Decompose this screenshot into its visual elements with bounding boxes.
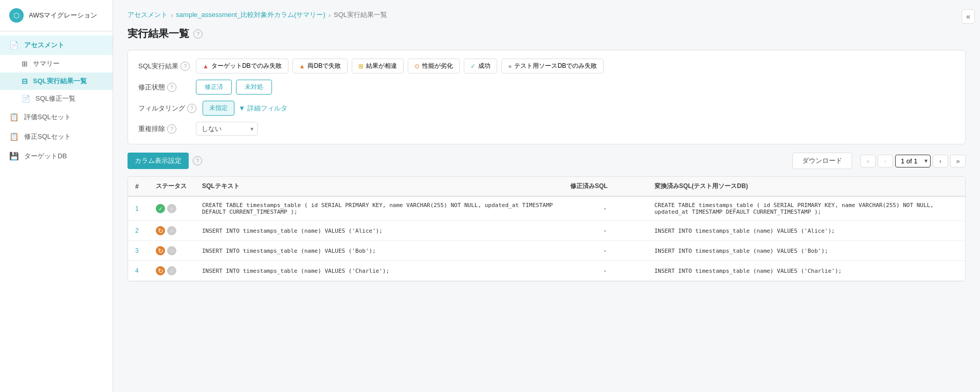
row-id[interactable]: 2 xyxy=(128,221,149,241)
sql-result-help-icon[interactable]: ? xyxy=(180,62,190,71)
status-icon-orange: ↻ xyxy=(156,246,165,255)
status-btn-perf-deg[interactable]: ⊙ 性能が劣化 xyxy=(408,59,460,73)
sidebar-item-summary[interactable]: ⊞ サマリー xyxy=(0,55,113,72)
status-btn-source-fail[interactable]: ● テスト用ソースDBでのみ失敗 xyxy=(501,59,604,73)
results-table-container: # ステータス SQLテキスト 修正済みSQL 変換済みSQL(テスト用ソースD… xyxy=(128,176,966,282)
sidebar-item-sql-results[interactable]: ⊟ SQL実行結果一覧 xyxy=(0,72,113,90)
sql-result-filter-row: SQL実行結果 ? ▲ ターゲットDBでのみ失敗 ▲ 両DBで失敗 ⊞ 結果が相… xyxy=(138,59,955,73)
pagination: « ‹ 1 of 1 › » xyxy=(860,155,966,167)
row-status: ↻○ xyxy=(149,221,195,241)
row-fixed-sql: - xyxy=(563,241,647,261)
col-header-fixed: 修正済みSQL xyxy=(563,177,647,196)
sql-result-label: SQL実行結果 ? xyxy=(138,62,190,71)
eval-sql-icon: 📋 xyxy=(9,113,19,122)
row-id[interactable]: 4 xyxy=(128,261,149,281)
table-header-row: # ステータス SQLテキスト 修正済みSQL 変換済みSQL(テスト用ソースD… xyxy=(128,177,965,196)
row-fixed-sql: - xyxy=(563,196,647,221)
assessment-icon: 📄 xyxy=(9,41,19,50)
row-status: ✓○ xyxy=(149,196,195,221)
page-first-btn[interactable]: « xyxy=(860,155,876,167)
col-header-status: ステータス xyxy=(149,177,195,196)
fix-sql-icon: 📋 xyxy=(9,132,19,141)
status-icon-green: ✓ xyxy=(156,204,165,213)
corr-btn-fixed[interactable]: 修正済 xyxy=(196,80,232,95)
filtering-buttons: 未指定 ▼ 詳細フィルタ xyxy=(203,101,287,116)
page-title: 実行結果一覧 xyxy=(128,27,189,41)
row-status: ↻○ xyxy=(149,261,195,281)
page-select[interactable]: 1 of 1 xyxy=(895,155,931,167)
row-converted-sql: INSERT INTO timestamps_table (name) VALU… xyxy=(647,241,965,261)
status-filter-buttons: ▲ ターゲットDBでのみ失敗 ▲ 両DBで失敗 ⊞ 結果が相違 ⊙ 性能が劣化 xyxy=(196,59,604,73)
source-fail-icon: ● xyxy=(508,63,512,70)
detail-filter-link[interactable]: ▼ 詳細フィルタ xyxy=(239,104,287,113)
dedup-select[interactable]: しない する xyxy=(196,122,258,136)
row-status: ↻○ xyxy=(149,241,195,261)
sidebar-item-label-target-db: ターゲットDB xyxy=(24,152,67,161)
success-icon: ✓ xyxy=(470,63,476,70)
col-header-sql: SQLテキスト xyxy=(195,177,563,196)
status-icon-gray: ○ xyxy=(167,226,176,235)
row-id[interactable]: 3 xyxy=(128,241,149,261)
dedup-help-icon[interactable]: ? xyxy=(167,124,176,134)
row-converted-sql: CREATE TABLE timestamps_table ( id SERIA… xyxy=(647,196,965,221)
page-prev-btn[interactable]: ‹ xyxy=(878,155,893,167)
table-row: 4↻○INSERT INTO timestamps_table (name) V… xyxy=(128,261,965,281)
row-sql-text: INSERT INTO timestamps_table (name) VALU… xyxy=(195,221,563,241)
row-sql-text: INSERT INTO timestamps_table (name) VALU… xyxy=(195,261,563,281)
status-icon-orange: ↻ xyxy=(156,266,165,275)
col-header-converted: 変換済みSQL(テスト用ソースDB) xyxy=(647,177,965,196)
col-settings-row: カラム表示設定 ? ダウンロード « ‹ 1 of 1 › » xyxy=(128,153,966,169)
breadcrumb-sample[interactable]: sample_assessment_比較対象外カラム(サマリー) xyxy=(176,10,325,20)
col-settings-btn[interactable]: カラム表示設定 xyxy=(128,153,189,169)
status-icon-gray: ○ xyxy=(167,246,176,255)
sidebar-item-fix-sql[interactable]: 📋 修正SQLセット xyxy=(0,127,113,146)
results-table: # ステータス SQLテキスト 修正済みSQL 変換済みSQL(テスト用ソースD… xyxy=(128,177,965,281)
sidebar-collapse-btn[interactable]: « xyxy=(961,9,975,24)
sidebar-item-label-sql-results: SQL実行結果一覧 xyxy=(33,77,87,86)
sidebar-logo: ⬡ AWSマイグレーション xyxy=(0,0,113,31)
filtering-unset-btn[interactable]: 未指定 xyxy=(203,101,234,116)
sql-fixes-icon: 📄 xyxy=(22,95,30,103)
both-fail-icon: ▲ xyxy=(299,63,305,70)
row-sql-text: CREATE TABLE timestamps_table ( id SERIA… xyxy=(195,196,563,221)
sidebar: ⬡ AWSマイグレーション 📄 アセスメント ⊞ サマリー ⊟ SQL実行結果一… xyxy=(0,0,113,392)
sidebar-title: AWSマイグレーション xyxy=(29,11,97,20)
sidebar-item-label-sql-fixes: SQL修正一覧 xyxy=(35,94,76,103)
filtering-help-icon[interactable]: ? xyxy=(187,104,196,113)
page-title-row: 実行結果一覧 ? xyxy=(128,27,966,41)
col-header-num: # xyxy=(128,177,149,196)
breadcrumb-assessment[interactable]: アセスメント xyxy=(128,10,168,20)
sidebar-item-sql-fixes[interactable]: 📄 SQL修正一覧 xyxy=(0,90,113,107)
page-title-help-icon[interactable]: ? xyxy=(193,29,203,39)
row-sql-text: INSERT INTO timestamps_table (name) VALU… xyxy=(195,241,563,261)
page-last-btn[interactable]: » xyxy=(950,155,966,167)
sidebar-item-target-db[interactable]: 💾 ターゲットDB xyxy=(0,146,113,166)
status-btn-success[interactable]: ✓ 成功 xyxy=(464,59,497,73)
dedup-row: 重複排除 ? しない する xyxy=(138,122,955,136)
page-next-btn[interactable]: › xyxy=(933,155,948,167)
table-row: 3↻○INSERT INTO timestamps_table (name) V… xyxy=(128,241,965,261)
breadcrumb-sep-1: › xyxy=(171,11,173,19)
sidebar-item-eval-sql[interactable]: 📋 評価SQLセット xyxy=(0,107,113,127)
correction-buttons: 修正済 未対処 xyxy=(196,80,272,95)
sidebar-item-assessment[interactable]: 📄 アセスメント xyxy=(0,35,113,55)
sidebar-item-label-eval-sql: 評価SQLセット xyxy=(24,113,71,122)
status-icon-gray: ○ xyxy=(167,266,176,275)
corr-btn-pending[interactable]: 未対処 xyxy=(236,80,272,95)
table-row: 1✓○CREATE TABLE timestamps_table ( id SE… xyxy=(128,196,965,221)
sidebar-item-label-assessment: アセスメント xyxy=(24,41,64,50)
status-btn-result-diff[interactable]: ⊞ 結果が相違 xyxy=(352,59,404,73)
sidebar-nav: 📄 アセスメント ⊞ サマリー ⊟ SQL実行結果一覧 📄 SQL修正一覧 📋 … xyxy=(0,31,113,392)
download-btn[interactable]: ダウンロード xyxy=(792,153,852,169)
status-btn-both-fail[interactable]: ▲ 両DBで失敗 xyxy=(293,59,348,73)
row-id[interactable]: 1 xyxy=(128,196,149,221)
status-icon-orange: ↻ xyxy=(156,226,165,235)
filter-section: SQL実行結果 ? ▲ ターゲットDBでのみ失敗 ▲ 両DBで失敗 ⊞ 結果が相… xyxy=(128,50,966,144)
correction-status-help-icon[interactable]: ? xyxy=(167,83,176,92)
main-content: アセスメント › sample_assessment_比較対象外カラム(サマリー… xyxy=(113,0,980,392)
sidebar-item-label-summary: サマリー xyxy=(33,59,60,68)
col-settings-help-icon[interactable]: ? xyxy=(193,156,202,165)
sql-results-icon: ⊟ xyxy=(22,77,28,85)
status-btn-target-fail[interactable]: ▲ ターゲットDBでのみ失敗 xyxy=(196,59,288,73)
correction-status-row: 修正状態 ? 修正済 未対処 xyxy=(138,80,955,95)
